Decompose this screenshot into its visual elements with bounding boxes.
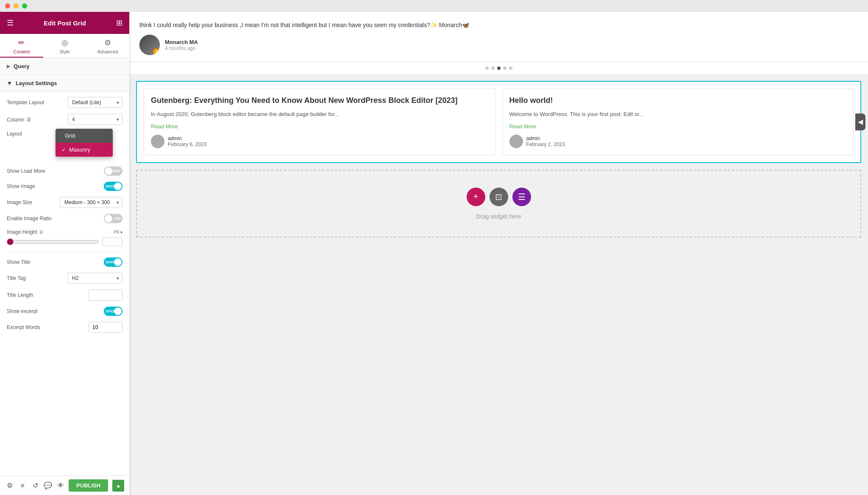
layout-settings-label: Layout Settings (16, 80, 57, 86)
enable-image-ratio-toggle-wrapper: NO (104, 214, 122, 223)
sidebar-header: ☰ Edit Post Grid ⊞ (0, 12, 129, 34)
show-excerpt-row: Show excerpt SHOW (7, 307, 122, 316)
layout-option-masonry[interactable]: ✓ Masonry (56, 143, 113, 157)
grid-icon[interactable]: ⊞ (116, 18, 122, 28)
minimize-button[interactable] (14, 3, 19, 8)
query-section-header[interactable]: ▶ Query (0, 58, 129, 75)
widget-buttons: + ⊡ ☰ (467, 188, 531, 206)
show-image-toggle[interactable]: SHOW (104, 182, 122, 191)
hamburger-icon[interactable]: ☰ (7, 18, 14, 28)
show-load-more-toggle[interactable]: HIDE (104, 166, 122, 176)
enable-image-ratio-toggle[interactable]: NO (104, 214, 122, 223)
title-length-input[interactable] (89, 290, 122, 301)
image-height-unit: PX (114, 230, 120, 235)
content-icon: ✏ (18, 38, 25, 47)
tab-style[interactable]: ◎ Style (43, 34, 86, 58)
post-avatar-1 (151, 135, 164, 148)
eye-icon[interactable]: 👁 (56, 480, 65, 492)
unit-chevron-icon: ▾ (120, 230, 122, 235)
post-author-2: admin (526, 136, 565, 141)
post-meta-2: admin February 2, 2023 (509, 135, 847, 148)
show-title-row: Show Title SHOW (7, 257, 122, 267)
settings-icon[interactable]: ⚙ (5, 480, 14, 492)
widget-drop-zone: + ⊡ ☰ Drag widget here (136, 170, 861, 238)
dot-5[interactable] (509, 66, 512, 70)
sidebar: ☰ Edit Post Grid ⊞ ✏ Content ◎ Style ⚙ A… (0, 12, 129, 495)
collapse-handle[interactable]: ◀ (855, 113, 865, 130)
tab-content[interactable]: ✏ Content (0, 34, 43, 58)
dot-1[interactable] (485, 66, 489, 70)
template-layout-dropdown-wrapper: Default (Lite) (67, 97, 122, 108)
title-tag-row: Title Tag H2 (7, 273, 122, 284)
column-row: Column 🖥 4 (7, 114, 122, 125)
maximize-button[interactable] (22, 3, 27, 8)
column-dropdown[interactable]: 4 (67, 114, 122, 125)
show-title-toggle[interactable]: SHOW (104, 257, 122, 267)
move-widget-button[interactable]: ⊡ (490, 188, 508, 206)
carousel-dots (129, 62, 868, 74)
publish-button[interactable]: PUBLISH (69, 479, 108, 492)
widget-settings-button[interactable]: ☰ (512, 188, 531, 206)
read-more-1[interactable]: Read More (151, 123, 488, 130)
post-card-1: Gutenberg: Everything You Need to Know A… (144, 88, 495, 155)
layout-settings-header[interactable]: ▼ Layout Settings (0, 75, 129, 92)
review-text: think I could really help your business … (139, 20, 858, 30)
masonry-label: Masonry (69, 147, 90, 153)
dot-2[interactable] (491, 66, 495, 70)
image-height-text: Image Height (7, 229, 37, 235)
layout-popup: Grid ✓ Masonry (56, 129, 113, 157)
layers-icon[interactable]: ≡ (18, 480, 27, 492)
post-author-date-1: admin February 6, 2023 (168, 136, 206, 147)
post-excerpt-1: In August 2020, Gutenberg block editor b… (151, 110, 488, 119)
review-section: think I could really help your business … (129, 12, 868, 62)
close-button[interactable] (5, 3, 10, 8)
post-grid: Gutenberg: Everything You Need to Know A… (144, 88, 854, 155)
enable-image-ratio-row: Enable Image Ratio NO (7, 214, 122, 223)
show-text: SHOW (106, 184, 118, 188)
title-length-row: Title Length (7, 290, 122, 301)
query-arrow-icon: ▶ (7, 64, 10, 69)
post-card-2: Hello world! Welcome to WordPress. This … (502, 88, 854, 155)
publish-arrow-button[interactable]: ▲ (112, 480, 124, 492)
hide-text: HIDE (111, 169, 121, 173)
post-avatar-2 (509, 135, 523, 148)
show-excerpt-toggle-wrapper: SHOW (104, 307, 122, 316)
show-image-label: Show Image (7, 183, 104, 189)
template-layout-label: Template Layout (7, 100, 67, 105)
excerpt-words-label: Excerpt Words (7, 324, 89, 330)
masonry-check-icon: ✓ (61, 147, 66, 153)
show-load-more-toggle-wrapper: HIDE (104, 166, 122, 176)
image-height-slider[interactable] (7, 238, 99, 245)
post-date-2: February 2, 2023 (526, 141, 565, 147)
title-tag-label: Title Tag (7, 275, 67, 281)
show-excerpt-toggle[interactable]: SHOW (104, 307, 122, 316)
excerpt-words-row: Excerpt Words (7, 322, 122, 333)
show-load-more-row: Show Load More HIDE (7, 166, 122, 176)
tab-advanced-label: Advanced (97, 49, 118, 54)
show-image-toggle-wrapper: SHOW (104, 182, 122, 191)
monitor-icon: 🖥 (26, 116, 32, 123)
dot-3[interactable] (497, 66, 501, 70)
layout-option-grid[interactable]: Grid (56, 129, 113, 143)
add-widget-button[interactable]: + (467, 188, 485, 206)
image-size-dropdown[interactable]: Medium - 300 × 300 (60, 197, 122, 208)
history-icon[interactable]: ↺ (31, 480, 40, 492)
grid-label: Grid (65, 133, 75, 139)
sidebar-content: ▶ Query ▼ Layout Settings Template Layou… (0, 58, 129, 476)
enable-image-ratio-label: Enable Image Ratio (7, 216, 104, 221)
comments-icon[interactable]: 💬 (43, 480, 53, 492)
read-more-2[interactable]: Read More (509, 123, 847, 130)
template-layout-dropdown[interactable]: Default (Lite) (67, 97, 122, 108)
title-tag-dropdown[interactable]: H2 (67, 273, 122, 284)
column-dropdown-wrapper: 4 (67, 114, 122, 125)
dot-4[interactable] (503, 66, 506, 70)
reviewer-avatar: ⭐ (139, 35, 160, 55)
excerpt-words-input[interactable] (89, 322, 122, 333)
image-size-label: Image Size (7, 199, 60, 205)
image-size-row: Image Size Medium - 300 × 300 (7, 197, 122, 208)
tab-advanced[interactable]: ⚙ Advanced (86, 34, 129, 58)
query-section-label: Query (14, 63, 30, 69)
image-size-dropdown-wrapper: Medium - 300 × 300 (60, 197, 122, 208)
image-height-row: Image Height 🖥 PX ▾ (7, 229, 122, 235)
image-height-input[interactable] (102, 238, 122, 246)
